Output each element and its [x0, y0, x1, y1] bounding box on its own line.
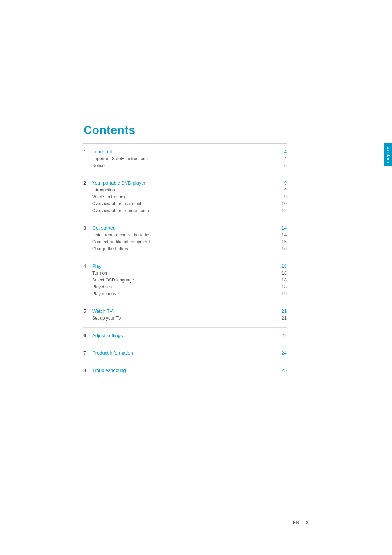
- footer-page-number: 3: [306, 520, 309, 525]
- toc-section-8: 8 Troubleshooting 25: [83, 362, 287, 380]
- toc-page-1: 4: [276, 149, 287, 154]
- toc-section-1: 1 Important 4 Important Safety Instructi…: [83, 144, 287, 175]
- toc-section-7: 7 Product information 24: [83, 345, 287, 362]
- toc-row-1-title: 1 Important 4: [83, 149, 287, 154]
- toc-page-4-4: 19: [276, 291, 287, 296]
- toc-number-8: 8: [83, 368, 92, 373]
- contents-section: Contents 1 Important 4 Important Safety …: [83, 123, 287, 380]
- toc-sub-2-1: Introduction: [92, 187, 276, 193]
- toc-sub-4-3: Play discs: [92, 284, 276, 289]
- toc-row-4-sub1: Turn on 18: [83, 270, 287, 276]
- toc-page-6: 22: [276, 333, 287, 338]
- toc-section-4: 4 Play 18 Turn on 18 Select OSD language…: [83, 258, 287, 303]
- toc-number-1: 1: [83, 149, 92, 154]
- toc-row-5-sub1: Set up your TV 21: [83, 315, 287, 321]
- toc-row-4-title: 4 Play 18: [83, 263, 287, 269]
- toc-sub-1-2: Notice: [92, 163, 276, 168]
- page: English Contents 1 Important 4 Important…: [0, 0, 392, 555]
- toc-sub-2-4: Overview of the remote control: [92, 208, 276, 213]
- toc-number-3: 3: [83, 225, 92, 231]
- toc-page-3-1: 14: [276, 232, 287, 238]
- toc-title-7: Product information: [92, 350, 276, 356]
- toc-sub-4-2: Select OSD language: [92, 278, 276, 283]
- toc-page-8: 25: [276, 368, 287, 373]
- toc-sub-1-1: Important Safety Instructions: [92, 156, 276, 161]
- toc-row-6-title: 6 Adjust settings 22: [83, 333, 287, 338]
- toc-row-4-sub3: Play discs 18: [83, 284, 287, 289]
- toc-page-2-3: 10: [276, 201, 287, 206]
- toc-sub-5-1: Set up your TV: [92, 316, 276, 321]
- toc-page-2-1: 9: [276, 187, 287, 193]
- toc-page-4-1: 18: [276, 270, 287, 276]
- toc-section-2: 2 Your portable DVD player 9 Introductio…: [83, 175, 287, 220]
- footer: EN 3: [293, 520, 309, 525]
- toc-row-1-sub2: Notice 6: [83, 163, 287, 168]
- toc-title-2: Your portable DVD player: [92, 180, 276, 186]
- toc-sub-2-3: Overview of the main unit: [92, 201, 276, 206]
- toc-row-5-title: 5 Watch TV 21: [83, 308, 287, 314]
- toc-number-7: 7: [83, 350, 92, 356]
- toc-row-7-title: 7 Product information 24: [83, 350, 287, 356]
- toc-page-3: 14: [276, 225, 287, 231]
- toc-page-5: 21: [276, 308, 287, 314]
- toc-row-8-title: 8 Troubleshooting 25: [83, 368, 287, 373]
- toc-page-4-2: 18: [276, 277, 287, 283]
- toc-row-3-sub2: Connect additional equipment 15: [83, 239, 287, 244]
- toc-section-5: 5 Watch TV 21 Set up your TV 21: [83, 303, 287, 328]
- toc-page-1-1: 4: [276, 156, 287, 161]
- toc-page-5-1: 21: [276, 315, 287, 321]
- toc-page-1-2: 6: [276, 163, 287, 168]
- toc-title-4: Play: [92, 263, 276, 269]
- toc-row-2-title: 2 Your portable DVD player 9: [83, 180, 287, 186]
- toc-page-3-3: 16: [276, 246, 287, 251]
- toc-sub-4-1: Turn on: [92, 271, 276, 276]
- toc-page-3-2: 15: [276, 239, 287, 244]
- toc-number-4: 4: [83, 263, 92, 269]
- toc-sub-4-4: Play options: [92, 291, 276, 296]
- footer-lang: EN: [293, 520, 299, 525]
- toc-sub-3-1: Install remote control batteries: [92, 232, 276, 238]
- toc-row-2-sub2: What's in the box 9: [83, 194, 287, 199]
- toc-page-2-2: 9: [276, 194, 287, 199]
- language-tab: English: [384, 143, 392, 166]
- toc-title-3: Get started: [92, 225, 276, 231]
- toc-sub-3-2: Connect additional equipment: [92, 239, 276, 244]
- toc-section-3: 3 Get started 14 Install remote control …: [83, 220, 287, 258]
- toc-section-6: 6 Adjust settings 22: [83, 328, 287, 345]
- toc-row-2-sub4: Overview of the remote control 12: [83, 208, 287, 213]
- toc-row-2-sub1: Introduction 9: [83, 187, 287, 193]
- toc-sub-2-2: What's in the box: [92, 194, 276, 199]
- toc-page-7: 24: [276, 350, 287, 356]
- toc-page-4-3: 18: [276, 284, 287, 289]
- language-tab-label: English: [386, 146, 390, 163]
- toc-page-2-4: 12: [276, 208, 287, 213]
- toc-row-3-title: 3 Get started 14: [83, 225, 287, 231]
- toc-number-2: 2: [83, 180, 92, 186]
- toc-row-3-sub3: Charge the battery 16: [83, 246, 287, 251]
- toc-sub-3-3: Charge the battery: [92, 246, 276, 251]
- toc-title-8: Troubleshooting: [92, 368, 276, 373]
- toc-row-3-sub1: Install remote control batteries 14: [83, 232, 287, 238]
- toc-row-1-sub1: Important Safety Instructions 4: [83, 156, 287, 161]
- toc-title-5: Watch TV: [92, 308, 276, 314]
- contents-title: Contents: [83, 123, 287, 137]
- toc-title-6: Adjust settings: [92, 333, 276, 338]
- toc-title-1: Important: [92, 149, 276, 154]
- toc-number-5: 5: [83, 308, 92, 314]
- toc-number-6: 6: [83, 333, 92, 338]
- toc-page-4: 18: [276, 263, 287, 269]
- toc-page-2: 9: [276, 180, 287, 186]
- toc-row-4-sub2: Select OSD language 18: [83, 277, 287, 283]
- toc-row-2-sub3: Overview of the main unit 10: [83, 201, 287, 206]
- toc-row-4-sub4: Play options 19: [83, 291, 287, 296]
